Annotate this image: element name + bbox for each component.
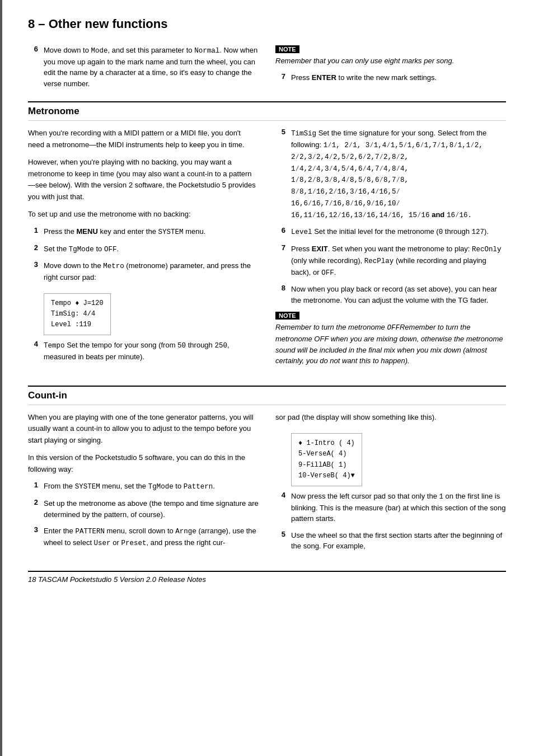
metro-step-1-text: Press the MENU key and enter the SYSTEM … (44, 226, 259, 238)
metro-step-6-num: 6 (275, 226, 285, 234)
metronome-para2: However, when you're playing with no bac… (28, 157, 259, 203)
metro-step-6-text: Level Set the initial level for the metr… (291, 226, 506, 238)
page: 8 – Other new functions 6 Move down to M… (0, 0, 534, 756)
code-line-2: TimSig: 4/4 (51, 309, 104, 320)
note-text-1: Remember that you can only use eight mar… (275, 55, 506, 67)
metro-step-8: 8 Now when you play back or record (as s… (275, 284, 506, 306)
metronome-para3: To set up and use the metronome with no … (28, 209, 259, 220)
step-6-text: Move down to Mode, and set this paramete… (44, 45, 259, 89)
metro-step-4-text: Tempo Set the tempo for your song (from … (44, 340, 259, 362)
countin-step-2-num: 2 (28, 498, 38, 506)
countin-left: When you are playing with one of the ton… (28, 412, 259, 557)
countin-para1: When you are playing with one of the ton… (28, 412, 259, 447)
countin-step-2: 2 Set up the metronome as above (the tem… (28, 498, 259, 520)
metro-step-2-num: 2 (28, 243, 38, 252)
step-7-item: 7 Press ENTER to write the new mark sett… (275, 72, 506, 83)
note-label-1: NOTE (275, 45, 299, 53)
countin-step-1: 1 From the SYSTEM menu, set the TgMode t… (28, 481, 259, 492)
step-6-item: 6 Move down to Mode, and set this parame… (28, 45, 259, 89)
intro-left: 6 Move down to Mode, and set this parame… (28, 45, 259, 95)
metro-step-2: 2 Set the TgMode to OFF. (28, 243, 259, 255)
countin-code-line-1: ♦ 1-Intro ( 4) (298, 438, 355, 449)
countin-step-5-text: Use the wheel so that the first section … (291, 530, 506, 552)
metro-step-7: 7 Press EXIT. Set when you want the metr… (275, 243, 506, 278)
countin-title: Count-in (28, 386, 506, 405)
metronome-para1: When you're recording with a MIDI patter… (28, 128, 259, 151)
metro-step-6: 6 Level Set the initial level for the me… (275, 226, 506, 238)
metro-step-4-num: 4 (28, 340, 38, 348)
countin-step-5-num: 5 (275, 530, 285, 538)
countin-step-4-num: 4 (275, 491, 285, 499)
metronome-title: Metronome (28, 101, 506, 121)
footer-text: 18 TASCAM Pocketstudio 5 Version 2.0 Rel… (28, 575, 206, 584)
metro-step-5: 5 TimSig Set the time signature for your… (275, 128, 506, 220)
note-label-2: NOTE (275, 312, 299, 320)
countin-step-3-num: 3 (28, 525, 38, 534)
intro-section: 6 Move down to Mode, and set this parame… (28, 45, 506, 95)
metro-step-7-num: 7 (275, 243, 285, 252)
metro-step-3-num: 3 (28, 260, 38, 269)
countin-code-line-2: 5-VerseA( 4) (298, 449, 355, 459)
metro-step-3: 3 Move down to the Metro (metronome) par… (28, 260, 259, 283)
countin-code-line-3: 9-FillAB( 1) (298, 460, 355, 471)
footer: 18 TASCAM Pocketstudio 5 Version 2.0 Rel… (28, 571, 506, 584)
metronome-right: 5 TimSig Set the time signature for your… (275, 128, 506, 372)
metronome-left: When you're recording with a MIDI patter… (28, 128, 259, 372)
metro-steps-right: 5 TimSig Set the time signature for your… (275, 128, 506, 306)
note-text-2: Remember to turn the metronome OFFRememb… (275, 322, 506, 366)
countin-step-4-text: Now press the left cursor pad so that on… (291, 491, 506, 524)
countin-step-2-text: Set up the metronome as above (the tempo… (44, 498, 259, 520)
step-7-text: Press ENTER to write the new mark settin… (291, 72, 506, 83)
metronome-content: When you're recording with a MIDI patter… (28, 128, 506, 372)
metro-step-2-text: Set the TgMode to OFF. (44, 243, 259, 255)
code-line-3: Level :119 (51, 320, 104, 330)
time-sig-values: 1∕1, 2∕1, 3∕1,4∕1,5∕1,6∕1,7∕1,8∕1,1∕2, 2… (291, 142, 483, 219)
metro-step-8-num: 8 (275, 284, 285, 292)
step-6-num: 6 (28, 45, 38, 53)
page-title: 8 – Other new functions (28, 17, 506, 34)
countin-code-line-4: 10-VerseB( 4)▼ (298, 471, 355, 481)
note-box-2: NOTE Remember to turn the metronome OFFR… (275, 311, 506, 366)
left-border (0, 0, 2, 756)
countin-step-3-text: Enter the PATTERN menu, scroll down to A… (44, 525, 259, 549)
metro-step-5-num: 5 (275, 128, 285, 136)
countin-right-text1: sor pad (the display will show something… (275, 412, 506, 424)
metro-step-1: 1 Press the MENU key and enter the SYSTE… (28, 226, 259, 238)
metro-code-box: Tempo ♦ J=120 TimSig: 4/4 Level :119 (44, 293, 111, 336)
countin-section: Count-in When you are playing with one o… (28, 386, 506, 557)
metronome-section: Metronome When you're recording with a M… (28, 101, 506, 372)
countin-para2: In this version of the Pocketstudio 5 so… (28, 452, 259, 476)
countin-step-5: 5 Use the wheel so that the first sectio… (275, 530, 506, 552)
countin-step-1-text: From the SYSTEM menu, set the TgMode to … (44, 481, 259, 492)
countin-steps-right: 4 Now press the left cursor pad so that … (275, 491, 506, 552)
countin-steps-left: 1 From the SYSTEM menu, set the TgMode t… (28, 481, 259, 548)
metro-step-3-text: Move down to the Metro (metronome) param… (44, 260, 259, 283)
metro-step-4: 4 Tempo Set the tempo for your song (fro… (28, 340, 259, 362)
metro-step-1-num: 1 (28, 226, 38, 234)
countin-step-4: 4 Now press the left cursor pad so that … (275, 491, 506, 524)
metro-step-8-text: Now when you play back or record (as set… (291, 284, 506, 306)
countin-right: sor pad (the display will show something… (275, 412, 506, 557)
intro-right: NOTE Remember that you can only use eigh… (275, 45, 506, 95)
code-line-1: Tempo ♦ J=120 (51, 298, 104, 309)
metro-step-5-text: TimSig Set the time signature for your s… (291, 128, 506, 220)
step-7-num: 7 (275, 72, 285, 81)
countin-content: When you are playing with one of the ton… (28, 412, 506, 557)
countin-step-3: 3 Enter the PATTERN menu, scroll down to… (28, 525, 259, 549)
metro-step-7-text: Press EXIT. Set when you want the metron… (291, 243, 506, 278)
countin-code-box: ♦ 1-Intro ( 4) 5-VerseA( 4) 9-FillAB( 1)… (291, 433, 362, 486)
metronome-steps-left: 1 Press the MENU key and enter the SYSTE… (28, 226, 259, 283)
countin-step-1-num: 1 (28, 481, 38, 489)
note-box-1: NOTE Remember that you can only use eigh… (275, 45, 506, 67)
